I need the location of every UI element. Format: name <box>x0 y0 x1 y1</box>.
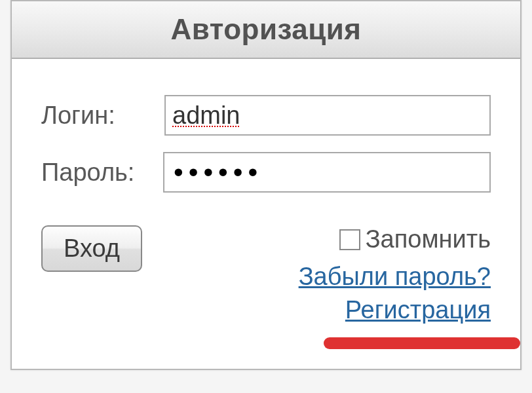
login-panel: Авторизация Логин: Пароль: Вход Запомнит… <box>10 0 522 370</box>
password-label: Пароль: <box>41 159 163 187</box>
remember-row: Запомнить <box>299 225 491 253</box>
panel-title: Авторизация <box>12 13 520 46</box>
forgot-password-link[interactable]: Забыли пароль? <box>299 263 491 291</box>
remember-checkbox[interactable] <box>339 229 360 250</box>
right-links: Запомнить Забыли пароль? Регистрация <box>299 225 491 349</box>
highlight-annotation <box>299 337 520 349</box>
panel-body: Логин: Пароль: Вход Запомнить Забыли пар… <box>12 59 520 369</box>
marker-icon <box>324 337 520 349</box>
register-link[interactable]: Регистрация <box>299 296 491 324</box>
login-input[interactable] <box>164 95 491 136</box>
panel-header: Авторизация <box>12 1 520 59</box>
login-row: Логин: <box>41 95 491 136</box>
password-input[interactable] <box>163 152 491 193</box>
password-row: Пароль: <box>41 152 491 193</box>
submit-button[interactable]: Вход <box>41 225 142 272</box>
remember-label: Запомнить <box>366 225 491 253</box>
bottom-section: Вход Запомнить Забыли пароль? Регистраци… <box>41 225 491 349</box>
login-label: Логин: <box>41 102 164 130</box>
